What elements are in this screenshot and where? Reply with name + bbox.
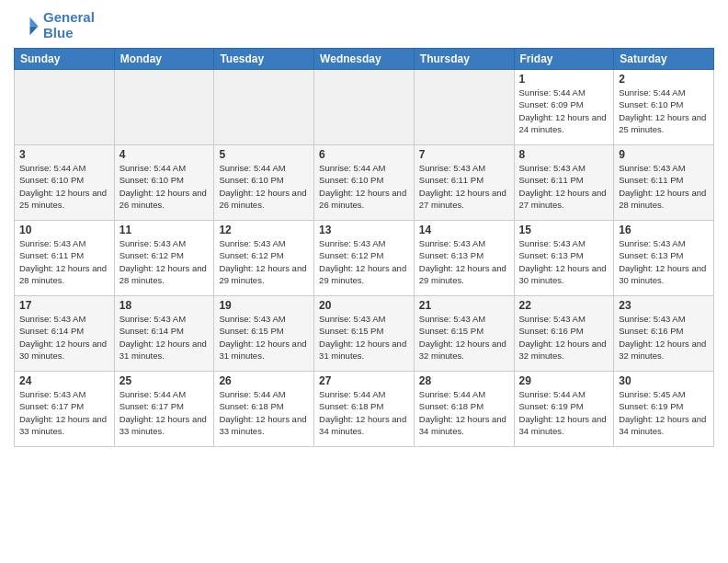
calendar-cell: 7Sunrise: 5:43 AM Sunset: 6:11 PM Daylig…	[414, 145, 514, 221]
day-info: Sunrise: 5:43 AM Sunset: 6:11 PM Dayligh…	[519, 162, 609, 211]
day-number: 28	[419, 374, 509, 387]
day-number: 6	[319, 148, 409, 161]
day-number: 8	[519, 148, 609, 161]
day-header-friday: Friday	[514, 49, 614, 70]
day-info: Sunrise: 5:43 AM Sunset: 6:12 PM Dayligh…	[219, 237, 309, 286]
day-number: 10	[19, 224, 109, 236]
calendar-cell: 9Sunrise: 5:43 AM Sunset: 6:11 PM Daylig…	[614, 145, 714, 221]
calendar-cell: 11Sunrise: 5:43 AM Sunset: 6:12 PM Dayli…	[114, 221, 214, 296]
day-number: 18	[119, 299, 210, 312]
day-header-tuesday: Tuesday	[214, 49, 314, 70]
day-header-sunday: Sunday	[15, 49, 115, 70]
calendar-cell: 23Sunrise: 5:43 AM Sunset: 6:16 PM Dayli…	[614, 296, 714, 372]
day-number: 25	[119, 374, 210, 387]
day-number: 15	[519, 224, 609, 236]
calendar-cell: 21Sunrise: 5:43 AM Sunset: 6:15 PM Dayli…	[414, 296, 514, 372]
week-row-4: 24Sunrise: 5:43 AM Sunset: 6:17 PM Dayli…	[15, 372, 714, 447]
day-info: Sunrise: 5:44 AM Sunset: 6:18 PM Dayligh…	[419, 388, 509, 437]
logo-icon	[14, 12, 40, 38]
day-number: 23	[619, 299, 709, 312]
day-number: 16	[619, 224, 709, 236]
calendar-cell: 8Sunrise: 5:43 AM Sunset: 6:11 PM Daylig…	[514, 145, 614, 221]
day-number: 11	[119, 224, 210, 236]
calendar-header: SundayMondayTuesdayWednesdayThursdayFrid…	[15, 49, 714, 70]
day-info: Sunrise: 5:44 AM Sunset: 6:19 PM Dayligh…	[519, 388, 609, 437]
day-info: Sunrise: 5:44 AM Sunset: 6:10 PM Dayligh…	[319, 162, 409, 211]
day-info: Sunrise: 5:44 AM Sunset: 6:17 PM Dayligh…	[119, 388, 210, 437]
day-info: Sunrise: 5:43 AM Sunset: 6:12 PM Dayligh…	[119, 237, 210, 286]
day-info: Sunrise: 5:43 AM Sunset: 6:17 PM Dayligh…	[19, 388, 109, 437]
day-number: 7	[419, 148, 509, 161]
day-number: 4	[119, 148, 210, 161]
page: General Blue SundayMondayTuesdayWednesda…	[0, 0, 728, 563]
week-row-1: 3Sunrise: 5:44 AM Sunset: 6:10 PM Daylig…	[15, 145, 714, 221]
day-number: 30	[619, 374, 709, 387]
day-number: 29	[519, 374, 609, 387]
day-info: Sunrise: 5:43 AM Sunset: 6:14 PM Dayligh…	[119, 313, 210, 362]
calendar-cell: 26Sunrise: 5:44 AM Sunset: 6:18 PM Dayli…	[214, 372, 314, 447]
day-info: Sunrise: 5:44 AM Sunset: 6:10 PM Dayligh…	[619, 86, 709, 135]
calendar-cell: 4Sunrise: 5:44 AM Sunset: 6:10 PM Daylig…	[114, 145, 214, 221]
day-number: 22	[519, 299, 609, 312]
calendar-cell: 15Sunrise: 5:43 AM Sunset: 6:13 PM Dayli…	[514, 221, 614, 296]
day-header-wednesday: Wednesday	[314, 49, 415, 70]
day-number: 9	[619, 148, 709, 161]
logo: General Blue	[14, 9, 95, 40]
calendar-cell: 22Sunrise: 5:43 AM Sunset: 6:16 PM Dayli…	[514, 296, 614, 372]
day-info: Sunrise: 5:43 AM Sunset: 6:16 PM Dayligh…	[519, 313, 609, 362]
day-info: Sunrise: 5:43 AM Sunset: 6:15 PM Dayligh…	[219, 313, 309, 362]
day-info: Sunrise: 5:43 AM Sunset: 6:12 PM Dayligh…	[319, 237, 409, 286]
day-header-saturday: Saturday	[614, 49, 714, 70]
calendar-cell: 5Sunrise: 5:44 AM Sunset: 6:10 PM Daylig…	[214, 145, 314, 221]
day-number: 17	[19, 299, 109, 312]
calendar-cell: 24Sunrise: 5:43 AM Sunset: 6:17 PM Dayli…	[15, 372, 115, 447]
days-row: SundayMondayTuesdayWednesdayThursdayFrid…	[15, 49, 714, 70]
calendar-cell: 28Sunrise: 5:44 AM Sunset: 6:18 PM Dayli…	[414, 372, 514, 447]
day-header-monday: Monday	[114, 49, 214, 70]
day-number: 20	[319, 299, 409, 312]
day-info: Sunrise: 5:44 AM Sunset: 6:09 PM Dayligh…	[519, 86, 609, 135]
day-number: 19	[219, 299, 309, 312]
logo-text: General Blue	[43, 9, 95, 40]
calendar-cell: 29Sunrise: 5:44 AM Sunset: 6:19 PM Dayli…	[514, 372, 614, 447]
day-info: Sunrise: 5:44 AM Sunset: 6:18 PM Dayligh…	[319, 388, 409, 437]
calendar-cell	[314, 70, 415, 145]
day-info: Sunrise: 5:43 AM Sunset: 6:11 PM Dayligh…	[19, 237, 109, 286]
day-number: 1	[519, 73, 609, 86]
calendar-cell	[15, 70, 115, 145]
day-header-thursday: Thursday	[414, 49, 514, 70]
calendar-cell	[414, 70, 514, 145]
day-info: Sunrise: 5:44 AM Sunset: 6:10 PM Dayligh…	[219, 162, 309, 211]
day-number: 2	[619, 73, 709, 86]
day-info: Sunrise: 5:43 AM Sunset: 6:15 PM Dayligh…	[419, 313, 509, 362]
calendar-cell: 27Sunrise: 5:44 AM Sunset: 6:18 PM Dayli…	[314, 372, 415, 447]
calendar-cell: 16Sunrise: 5:43 AM Sunset: 6:13 PM Dayli…	[614, 221, 714, 296]
day-info: Sunrise: 5:43 AM Sunset: 6:13 PM Dayligh…	[619, 237, 709, 286]
day-number: 3	[19, 148, 109, 161]
week-row-0: 1Sunrise: 5:44 AM Sunset: 6:09 PM Daylig…	[15, 70, 714, 145]
calendar-cell: 10Sunrise: 5:43 AM Sunset: 6:11 PM Dayli…	[15, 221, 115, 296]
day-number: 27	[319, 374, 409, 387]
calendar-cell	[114, 70, 214, 145]
calendar-cell: 19Sunrise: 5:43 AM Sunset: 6:15 PM Dayli…	[214, 296, 314, 372]
day-info: Sunrise: 5:43 AM Sunset: 6:14 PM Dayligh…	[19, 313, 109, 362]
calendar-cell: 1Sunrise: 5:44 AM Sunset: 6:09 PM Daylig…	[514, 70, 614, 145]
calendar-cell: 17Sunrise: 5:43 AM Sunset: 6:14 PM Dayli…	[15, 296, 115, 372]
day-info: Sunrise: 5:43 AM Sunset: 6:13 PM Dayligh…	[519, 237, 609, 286]
day-info: Sunrise: 5:44 AM Sunset: 6:10 PM Dayligh…	[19, 162, 109, 211]
day-number: 5	[219, 148, 309, 161]
day-number: 24	[19, 374, 109, 387]
day-info: Sunrise: 5:45 AM Sunset: 6:19 PM Dayligh…	[619, 388, 709, 437]
calendar-cell: 12Sunrise: 5:43 AM Sunset: 6:12 PM Dayli…	[214, 221, 314, 296]
day-info: Sunrise: 5:43 AM Sunset: 6:11 PM Dayligh…	[419, 162, 509, 211]
day-number: 14	[419, 224, 509, 236]
calendar-body: 1Sunrise: 5:44 AM Sunset: 6:09 PM Daylig…	[15, 70, 714, 447]
calendar-cell: 14Sunrise: 5:43 AM Sunset: 6:13 PM Dayli…	[414, 221, 514, 296]
day-number: 21	[419, 299, 509, 312]
calendar-cell: 25Sunrise: 5:44 AM Sunset: 6:17 PM Dayli…	[114, 372, 214, 447]
day-number: 13	[319, 224, 409, 236]
day-info: Sunrise: 5:43 AM Sunset: 6:13 PM Dayligh…	[419, 237, 509, 286]
calendar-cell: 18Sunrise: 5:43 AM Sunset: 6:14 PM Dayli…	[114, 296, 214, 372]
day-number: 26	[219, 374, 309, 387]
day-number: 12	[219, 224, 309, 236]
